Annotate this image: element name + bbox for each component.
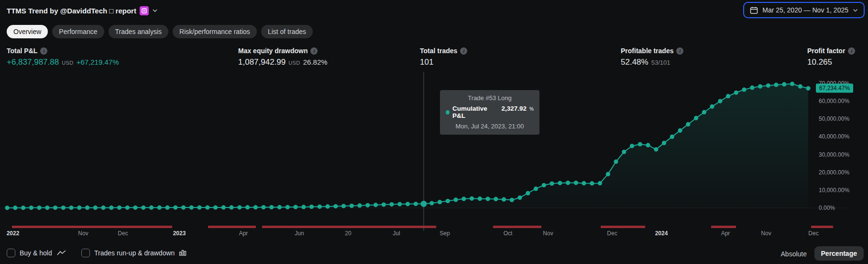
data-point[interactable] bbox=[125, 206, 130, 210]
data-point[interactable] bbox=[357, 203, 362, 207]
tab-list-of-trades[interactable]: List of trades bbox=[261, 25, 313, 38]
data-point[interactable] bbox=[774, 82, 778, 87]
data-point[interactable] bbox=[301, 205, 306, 209]
checkbox-box[interactable] bbox=[7, 249, 15, 257]
data-point[interactable] bbox=[157, 206, 162, 210]
data-point[interactable] bbox=[389, 202, 394, 207]
data-point[interactable] bbox=[453, 197, 458, 202]
data-point[interactable] bbox=[165, 206, 169, 210]
data-point[interactable] bbox=[189, 206, 194, 210]
data-point[interactable] bbox=[638, 142, 642, 146]
data-point[interactable] bbox=[502, 197, 506, 202]
data-point[interactable] bbox=[229, 205, 233, 209]
absolute-button[interactable]: Absolute bbox=[777, 247, 811, 261]
data-point[interactable] bbox=[117, 206, 121, 210]
data-point[interactable] bbox=[678, 128, 682, 133]
data-point[interactable] bbox=[69, 206, 73, 210]
data-point[interactable] bbox=[213, 205, 218, 209]
data-point[interactable] bbox=[790, 82, 794, 86]
data-point[interactable] bbox=[29, 206, 33, 210]
data-point[interactable] bbox=[53, 206, 57, 210]
data-point[interactable] bbox=[542, 183, 546, 187]
data-point[interactable] bbox=[470, 196, 474, 201]
info-icon[interactable]: i bbox=[310, 47, 318, 55]
data-point[interactable] bbox=[261, 205, 265, 209]
data-point[interactable] bbox=[277, 205, 282, 209]
data-point[interactable] bbox=[510, 198, 514, 202]
data-point[interactable] bbox=[742, 87, 746, 92]
data-point[interactable] bbox=[549, 182, 554, 186]
data-point[interactable] bbox=[93, 206, 98, 210]
data-point[interactable] bbox=[245, 205, 250, 209]
data-point[interactable] bbox=[750, 85, 754, 90]
data-point[interactable] bbox=[221, 205, 226, 209]
data-point[interactable] bbox=[197, 205, 201, 209]
data-point[interactable] bbox=[293, 205, 297, 209]
data-point[interactable] bbox=[309, 205, 314, 209]
data-point[interactable] bbox=[341, 204, 346, 208]
data-point[interactable] bbox=[374, 203, 378, 207]
data-point[interactable] bbox=[429, 201, 434, 205]
data-point[interactable] bbox=[598, 181, 602, 185]
data-point[interactable] bbox=[414, 202, 418, 206]
data-point[interactable] bbox=[461, 197, 466, 201]
data-point[interactable] bbox=[333, 204, 338, 208]
data-point[interactable] bbox=[734, 91, 738, 95]
data-point[interactable] bbox=[574, 181, 578, 185]
data-point[interactable] bbox=[782, 82, 786, 86]
data-point[interactable] bbox=[766, 83, 770, 88]
info-icon[interactable]: i bbox=[676, 47, 683, 55]
data-point[interactable] bbox=[702, 110, 706, 115]
data-point[interactable] bbox=[558, 181, 562, 185]
tab-risk-performance-ratios[interactable]: Risk/performance ratios bbox=[173, 25, 257, 38]
info-icon[interactable]: i bbox=[460, 47, 467, 55]
data-point[interactable] bbox=[478, 196, 482, 201]
report-icon[interactable] bbox=[140, 6, 149, 15]
checkbox-box[interactable] bbox=[81, 249, 90, 257]
data-point[interactable] bbox=[237, 205, 242, 209]
data-point[interactable] bbox=[325, 204, 330, 208]
data-point[interactable] bbox=[397, 202, 402, 207]
data-point[interactable] bbox=[101, 206, 105, 210]
data-point[interactable] bbox=[253, 205, 258, 209]
data-point[interactable] bbox=[694, 116, 698, 120]
data-point[interactable] bbox=[205, 205, 209, 209]
data-point[interactable] bbox=[622, 149, 626, 154]
data-point[interactable] bbox=[45, 206, 49, 210]
data-point[interactable] bbox=[13, 206, 17, 210]
data-point[interactable] bbox=[646, 143, 650, 147]
data-point[interactable] bbox=[485, 197, 490, 201]
data-point[interactable] bbox=[382, 203, 386, 207]
tab-trades-analysis[interactable]: Trades analysis bbox=[109, 25, 169, 38]
data-point[interactable] bbox=[630, 144, 634, 148]
info-icon[interactable]: i bbox=[40, 47, 47, 55]
data-point[interactable] bbox=[566, 181, 570, 185]
data-point[interactable] bbox=[109, 206, 113, 210]
data-point[interactable] bbox=[149, 206, 154, 210]
data-point[interactable] bbox=[710, 104, 714, 109]
data-point[interactable] bbox=[286, 205, 290, 209]
data-point[interactable] bbox=[726, 94, 730, 98]
data-point[interactable] bbox=[181, 206, 186, 210]
data-point[interactable] bbox=[5, 206, 9, 210]
data-point[interactable] bbox=[606, 172, 610, 176]
data-point[interactable] bbox=[534, 186, 538, 191]
date-range-picker[interactable]: Mar 25, 2020 — Nov 1, 2025 bbox=[743, 2, 865, 18]
data-point[interactable] bbox=[350, 204, 354, 208]
data-point[interactable] bbox=[806, 86, 810, 91]
title-chevron-down-icon[interactable] bbox=[152, 9, 158, 12]
data-point[interactable] bbox=[61, 206, 66, 210]
data-point[interactable] bbox=[269, 205, 274, 209]
data-point[interactable] bbox=[654, 147, 658, 151]
data-point[interactable] bbox=[686, 122, 690, 126]
data-point[interactable] bbox=[173, 206, 177, 210]
data-point[interactable] bbox=[37, 206, 41, 210]
data-point[interactable] bbox=[446, 199, 450, 203]
selected-data-point[interactable] bbox=[421, 201, 427, 207]
data-point[interactable] bbox=[133, 206, 137, 210]
data-point[interactable] bbox=[85, 206, 89, 210]
data-point[interactable] bbox=[798, 84, 802, 89]
cumulative-pnl-chart[interactable] bbox=[0, 0, 868, 264]
data-point[interactable] bbox=[77, 206, 81, 210]
data-point[interactable] bbox=[141, 206, 145, 210]
